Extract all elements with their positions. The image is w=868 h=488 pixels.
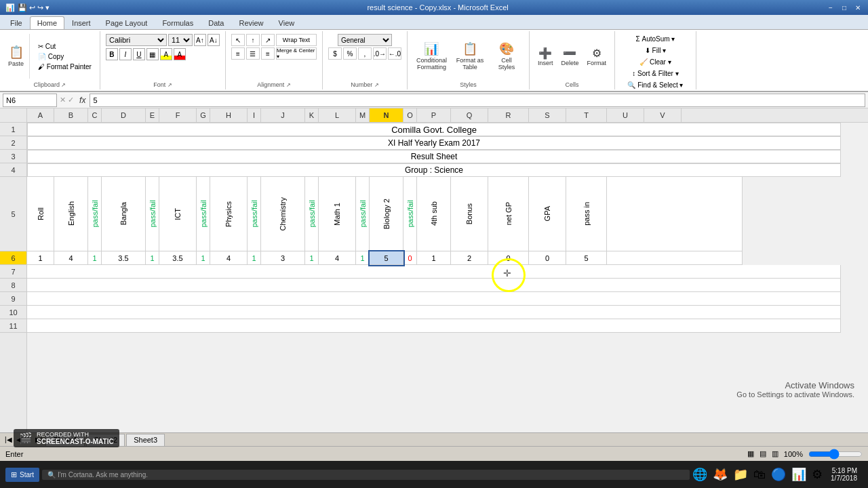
row-header-6[interactable]: 6 xyxy=(0,251,26,265)
cell-H5[interactable]: Physics xyxy=(210,177,248,251)
wrap-text-btn[interactable]: Wrap Text xyxy=(276,34,317,46)
font-size-select[interactable]: 11 xyxy=(168,34,193,46)
cell-C5[interactable]: pass/fail xyxy=(88,177,102,251)
tab-formulas[interactable]: Formulas xyxy=(155,16,201,29)
delete-cells-button[interactable]: ➖ Delete xyxy=(558,45,581,68)
find-select-button[interactable]: 🔍 Find & Select ▾ xyxy=(625,80,686,90)
col-header-G[interactable]: G xyxy=(197,108,210,122)
border-button[interactable]: ▦ xyxy=(146,48,159,60)
taskbar-chrome[interactable]: 🔵 xyxy=(771,467,786,482)
decrease-font-btn[interactable]: A↓ xyxy=(208,34,220,46)
col-header-M[interactable]: M xyxy=(356,108,370,122)
underline-button[interactable]: U xyxy=(133,48,145,60)
dec-decrease-btn[interactable]: ←.0 xyxy=(388,47,401,60)
cell-Q6[interactable]: 2 xyxy=(451,251,488,265)
col-header-I[interactable]: I xyxy=(248,108,261,122)
zoom-slider[interactable] xyxy=(808,449,863,460)
col-header-N[interactable]: N xyxy=(370,108,403,122)
conditional-formatting-button[interactable]: 📊 Conditional Formatting xyxy=(413,41,450,72)
format-cells-button[interactable]: ⚙ Format xyxy=(584,45,609,68)
col-header-A[interactable]: A xyxy=(27,108,54,122)
cell-empty-7[interactable] xyxy=(27,265,841,279)
cell-styles-button[interactable]: 🎨 Cell Styles xyxy=(490,41,524,72)
col-header-H[interactable]: H xyxy=(210,108,248,122)
cell-P6[interactable]: 1 xyxy=(417,251,451,265)
col-header-B[interactable]: B xyxy=(54,108,88,122)
cell-empty-8[interactable] xyxy=(27,279,841,292)
col-header-L[interactable]: L xyxy=(319,108,356,122)
cell-N6[interactable]: 5 xyxy=(370,251,403,265)
tab-home[interactable]: Home xyxy=(30,16,64,29)
sort-filter-button[interactable]: ↕ Sort & Filter ▾ xyxy=(629,68,681,79)
paste-button[interactable]: 📋 Paste xyxy=(5,44,26,68)
col-header-F[interactable]: F xyxy=(159,108,197,122)
col-header-C[interactable]: C xyxy=(88,108,102,122)
view-layout-btn[interactable]: ▤ xyxy=(760,449,766,458)
number-format-select[interactable]: General xyxy=(338,34,392,46)
col-header-P[interactable]: P xyxy=(417,108,451,122)
cell-D6[interactable]: 3.5 xyxy=(102,251,146,265)
taskbar-store[interactable]: 🛍 xyxy=(753,468,766,482)
row-header-3[interactable]: 3 xyxy=(0,150,26,163)
cell-F5[interactable]: ICT xyxy=(159,177,197,251)
cell-J6[interactable]: 3 xyxy=(261,251,305,265)
close-button[interactable]: ✕ xyxy=(853,3,863,12)
bold-button[interactable]: B xyxy=(106,48,118,60)
percent-btn[interactable]: % xyxy=(343,47,357,60)
merge-center-btn[interactable]: Merge & Center ▾ xyxy=(276,47,317,60)
sheet-nav-first[interactable]: |◀ xyxy=(3,436,14,443)
col-header-J[interactable]: J xyxy=(261,108,305,122)
row-header-8[interactable]: 8 xyxy=(0,279,26,292)
cell-S6[interactable]: 0 xyxy=(529,251,566,265)
align-left-btn[interactable]: ≡ xyxy=(231,47,245,60)
col-header-V[interactable]: V xyxy=(644,108,682,122)
tab-data[interactable]: Data xyxy=(201,16,231,29)
cell-B6[interactable]: 4 xyxy=(54,251,88,265)
view-page-break-btn[interactable]: ▥ xyxy=(772,449,778,458)
tab-review[interactable]: Review xyxy=(231,16,271,29)
cut-button[interactable]: ✂ Cut xyxy=(35,42,94,51)
cell-A6[interactable]: 1 xyxy=(27,251,54,265)
cell-L6[interactable]: 4 xyxy=(319,251,356,265)
cell-A3[interactable]: Result Sheet xyxy=(27,150,841,163)
col-header-Q[interactable]: Q xyxy=(451,108,488,122)
cell-P5[interactable]: 4th sub xyxy=(417,177,451,251)
currency-btn[interactable]: $ xyxy=(328,47,342,60)
col-header-T[interactable]: T xyxy=(566,108,607,122)
taskbar-excel[interactable]: 📊 xyxy=(791,467,806,482)
cell-K6[interactable]: 1 xyxy=(305,251,319,265)
cell-G5[interactable]: pass/fail xyxy=(197,177,210,251)
sheet-tab-3[interactable]: Sheet3 xyxy=(126,434,165,446)
col-header-R[interactable]: R xyxy=(488,108,529,122)
cell-O6[interactable]: 0 xyxy=(403,251,417,265)
cell-R5[interactable]: net GP xyxy=(488,177,529,251)
cell-I6[interactable]: 1 xyxy=(248,251,261,265)
cell-Q5[interactable]: Bonus xyxy=(451,177,488,251)
cell-empty-9[interactable] xyxy=(27,292,841,306)
view-normal-btn[interactable]: ▦ xyxy=(747,449,754,458)
cell-T6[interactable]: 5 xyxy=(566,251,607,265)
col-header-K[interactable]: K xyxy=(305,108,319,122)
align-top-right-btn[interactable]: ↗ xyxy=(261,34,275,46)
cell-B5[interactable]: English xyxy=(54,177,88,251)
cell-C6[interactable]: 1 xyxy=(88,251,102,265)
cell-A4[interactable]: Group : Science xyxy=(27,163,841,177)
col-header-E[interactable]: E xyxy=(146,108,159,122)
cell-E5[interactable]: pass/fail xyxy=(146,177,159,251)
cell-L5[interactable]: Math 1 xyxy=(319,177,356,251)
row-header-2[interactable]: 2 xyxy=(0,136,26,150)
row-header-9[interactable]: 9 xyxy=(0,292,26,306)
dec-increase-btn[interactable]: .0→ xyxy=(373,47,387,60)
align-top-center-btn[interactable]: ↑ xyxy=(246,34,260,46)
cell-G6[interactable]: 1 xyxy=(197,251,210,265)
cell-K5[interactable]: pass/fail xyxy=(305,177,319,251)
cell-empty-10[interactable] xyxy=(27,306,841,319)
cell-F6[interactable]: 3.5 xyxy=(159,251,197,265)
row-header-1[interactable]: 1 xyxy=(0,123,26,136)
formula-input[interactable] xyxy=(90,94,865,107)
cell-M6[interactable]: 1 xyxy=(356,251,370,265)
row-header-5[interactable]: 5 xyxy=(0,177,26,251)
fill-color-button[interactable]: A xyxy=(160,48,172,60)
col-header-O[interactable]: O xyxy=(403,108,417,122)
cell-A5[interactable]: Roll xyxy=(27,177,54,251)
